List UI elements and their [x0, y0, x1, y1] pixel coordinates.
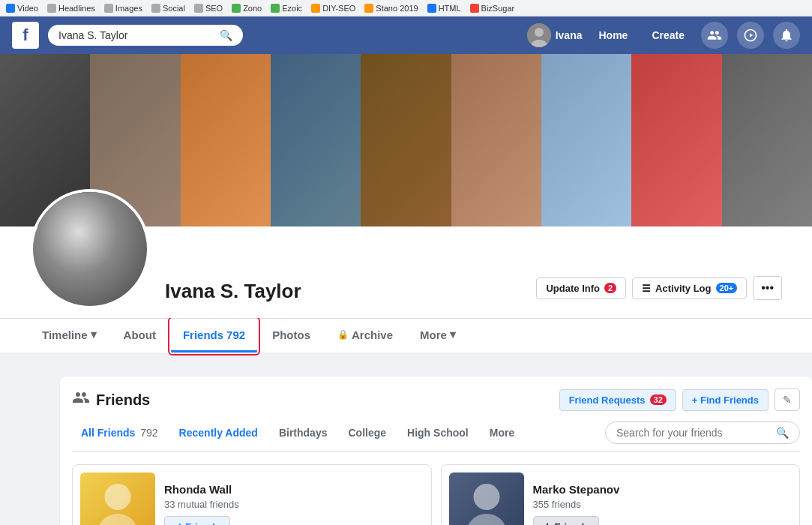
friend-card-1: Rhonda Wall 33 mutual friends ✓ Friends	[72, 464, 432, 525]
friend-photo-1	[80, 472, 155, 525]
friends-header: Friends Friend Requests 32 + Find Friend…	[72, 388, 800, 411]
cover-tile-6	[451, 54, 541, 226]
friends-button-1[interactable]: ✓ Friends	[164, 516, 230, 526]
bookmark-item[interactable]: Social	[151, 4, 185, 13]
tab-photos[interactable]: Photos	[260, 320, 322, 352]
edit-icon: ✎	[783, 394, 792, 406]
friends-actions: Friend Requests 32 + Find Friends ✎	[559, 388, 800, 411]
tab-photos-label: Photos	[272, 328, 310, 341]
activity-log-button[interactable]: ☰ Activity Log 20+	[632, 278, 747, 299]
filter-recently-added-label: Recently Added	[179, 427, 258, 439]
bookmark-item[interactable]: Images	[104, 4, 142, 13]
profile-pic-wrapper	[30, 189, 150, 309]
search-bar[interactable]: 🔍	[48, 25, 243, 46]
nav-username: Ivana	[556, 29, 583, 41]
filter-recently-added[interactable]: Recently Added	[170, 422, 267, 443]
friend-mutual-1: 33 mutual friends	[164, 499, 424, 510]
friends-search-icon: 🔍	[776, 427, 789, 439]
friends-search-input[interactable]	[616, 427, 772, 439]
tab-timeline-dropdown-icon: ▾	[91, 328, 97, 341]
nav-messenger-icon[interactable]	[737, 22, 764, 49]
edit-friends-button[interactable]: ✎	[775, 388, 800, 411]
bookmark-item[interactable]: Headlines	[47, 4, 95, 13]
tab-friends-count: 792	[226, 328, 245, 341]
cover-area: Ivana S. Taylor Update Info 2 ☰ Activity…	[0, 54, 812, 352]
friends-search[interactable]: 🔍	[605, 422, 800, 444]
find-friends-label: + Find Friends	[692, 394, 759, 406]
update-info-label: Update Info	[546, 283, 600, 294]
bookmark-icon	[271, 4, 280, 13]
filter-high-school[interactable]: High School	[398, 422, 478, 443]
nav-friends-icon[interactable]	[701, 22, 728, 49]
cover-tile-5	[361, 54, 451, 226]
tab-timeline-label: Timeline	[42, 328, 88, 341]
nav-create-button[interactable]: Create	[644, 29, 692, 41]
filter-more[interactable]: More	[481, 422, 523, 443]
bookmark-icon	[151, 4, 160, 13]
bookmark-item[interactable]: Ezoic	[271, 4, 302, 13]
activity-log-label: Activity Log	[655, 283, 711, 294]
search-input[interactable]	[58, 29, 214, 41]
navbar: f 🔍 Ivana Home Create	[0, 16, 812, 54]
tab-archive-label: Archive	[352, 328, 393, 341]
friends-filters: All Friends 792 Recently Added Birthdays…	[72, 422, 523, 443]
friend-mutual-2: 355 friends	[533, 499, 793, 510]
update-info-button[interactable]: Update Info 2	[536, 278, 626, 299]
filter-all-label: All Friends	[81, 427, 135, 439]
profile-section: Ivana S. Taylor Update Info 2 ☰ Activity…	[0, 226, 812, 318]
friends-filter-row: All Friends 792 Recently Added Birthdays…	[72, 422, 800, 452]
friends-button-2[interactable]: ★ Friends	[533, 516, 600, 526]
cover-tile-8	[631, 54, 721, 226]
bookmark-icon	[311, 4, 320, 13]
search-icon: 🔍	[220, 29, 232, 41]
bookmark-item[interactable]: Zono	[232, 4, 262, 13]
nav-notifications-icon[interactable]	[773, 22, 800, 49]
bookmark-icon	[194, 4, 203, 13]
cover-tile-3	[181, 54, 271, 226]
filter-birthdays[interactable]: Birthdays	[270, 422, 337, 443]
bookmark-icon	[470, 4, 479, 13]
tab-friends-label: Friends	[183, 328, 223, 341]
bookmark-icon	[232, 4, 241, 13]
filter-college[interactable]: College	[339, 422, 395, 443]
friend-name-1: Rhonda Wall	[164, 483, 424, 496]
tab-archive[interactable]: 🔒 Archive	[325, 320, 405, 352]
lock-icon: 🔒	[337, 329, 349, 340]
svg-point-1	[535, 28, 544, 37]
bookmark-icon	[364, 4, 373, 13]
tab-more[interactable]: More ▾	[408, 319, 468, 352]
friends-grid: Rhonda Wall 33 mutual friends ✓ Friends	[72, 464, 800, 525]
bookmark-icon	[6, 4, 15, 13]
bookmark-icon	[47, 4, 56, 13]
filter-all-count: 792	[140, 427, 157, 439]
bookmark-item[interactable]: SEO	[194, 4, 223, 13]
nav-home-button[interactable]: Home	[592, 29, 636, 41]
find-friends-button[interactable]: + Find Friends	[682, 389, 769, 411]
cover-tile-7	[541, 54, 631, 226]
bookmark-item[interactable]: Video	[6, 4, 38, 13]
bookmark-item[interactable]: DIY-SEO	[311, 4, 355, 13]
more-options-button[interactable]: •••	[753, 276, 782, 300]
bookmark-item[interactable]: BizSugar	[470, 4, 515, 13]
filter-birthdays-label: Birthdays	[279, 427, 328, 439]
tab-more-label: More	[420, 328, 447, 341]
cover-tile-9	[722, 54, 812, 226]
tab-friends[interactable]: Friends 792	[171, 320, 257, 352]
tab-timeline[interactable]: Timeline ▾	[30, 319, 109, 352]
friend-requests-button[interactable]: Friend Requests 32	[559, 389, 676, 411]
friend-card-2: Marko Stepanov 355 friends ★ Friends	[441, 464, 801, 525]
bookmark-bar: Video Headlines Images Social SEO Zono E…	[0, 0, 812, 16]
friend-requests-badge: 32	[650, 394, 667, 405]
tab-about-label: About	[124, 328, 156, 341]
tab-about[interactable]: About	[112, 320, 168, 352]
bookmark-item[interactable]: Stano 2019	[364, 4, 418, 13]
friends-container: Friends Friend Requests 32 + Find Friend…	[60, 376, 812, 525]
bookmark-item[interactable]: HTML	[427, 4, 461, 13]
friend-name-2: Marko Stepanov	[533, 483, 793, 496]
friend-requests-label: Friend Requests	[569, 394, 646, 406]
filter-all-friends[interactable]: All Friends 792	[72, 422, 167, 443]
friend-info-1: Rhonda Wall 33 mutual friends ✓ Friends	[164, 483, 424, 526]
friends-button-icon-1: ✓	[174, 521, 182, 526]
profile-picture	[30, 189, 150, 309]
friends-button-icon-2: ★	[543, 521, 552, 526]
